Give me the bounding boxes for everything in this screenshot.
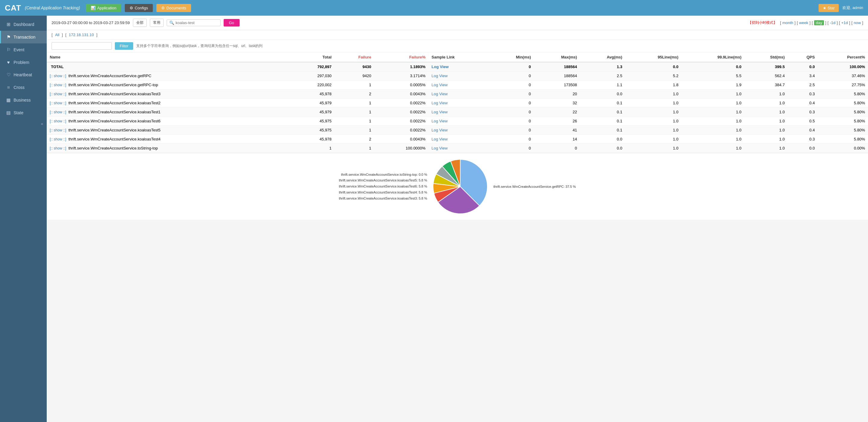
show-link[interactable]: [:: show ::] [50, 74, 66, 78]
col-avg: Avg(ms) [580, 53, 625, 62]
layout: ⊞ Dashboard ⚑ Transaction ⚐ Event ♥ Prob… [0, 16, 868, 422]
application-button[interactable]: 📊 Application [86, 4, 121, 12]
dashboard-icon: ⊞ [6, 22, 11, 27]
sidebar-item-cross[interactable]: ⌗ Cross [0, 81, 47, 94]
sidebar-item-transaction[interactable]: ⚑ Transaction [0, 31, 47, 43]
col-total: Total [292, 53, 335, 62]
gear-icon: ⚙ [130, 6, 133, 10]
filter-bar: [ All ] [ 172.18.131.10 ] [47, 30, 868, 40]
show-link[interactable]: [:: show ::] [50, 146, 66, 150]
pie-label-left: thrift.service.WmCreateAccountService.ko… [339, 195, 427, 202]
user-greeting: 欢迎, admin [842, 5, 863, 10]
sidebar-item-label: Event [13, 47, 24, 52]
table-row: [:: show ::] thrift.service.WmCreateAcco… [47, 98, 868, 108]
sidebar-item-state[interactable]: ▤ State [0, 107, 47, 119]
log-view-link[interactable]: Log View [432, 128, 447, 132]
show-link[interactable]: [:: show ::] [50, 119, 66, 123]
filter-hint: 支持多个字符串查询，例如sql|url|task，查询结果为包含任一sql、ur… [136, 43, 263, 49]
sidebar-item-label: Heartbeat [13, 72, 32, 77]
show-link[interactable]: [:: show ::] [50, 110, 66, 114]
show-link[interactable]: [:: show ::] [50, 101, 66, 105]
show-link[interactable]: [:: show ::] [50, 137, 66, 141]
changyong-button[interactable]: 常用 [150, 19, 164, 27]
business-icon: ▦ [6, 97, 11, 103]
log-view-link[interactable]: Log View [432, 110, 447, 114]
collapse-icon: « [41, 121, 43, 126]
table-row: [:: show ::] thrift.service.WmCreateAcco… [47, 144, 868, 153]
star-button[interactable]: ★ Star [818, 4, 839, 12]
table-row: [:: show ::] thrift.service.WmCreateAcco… [47, 90, 868, 98]
table-header-row: Name Total Failure Failure% Sample Link … [47, 53, 868, 62]
event-icon: ⚐ [6, 47, 11, 53]
show-link[interactable]: [:: show ::] [50, 83, 66, 87]
sidebar-item-label: Cross [13, 85, 25, 90]
pie-labels-right: thrift.service.WmCreateAccountService.ge… [493, 183, 576, 190]
sidebar-item-problem[interactable]: ♥ Problem [0, 56, 47, 68]
log-view-link[interactable]: Log View [432, 119, 447, 123]
log-view-link[interactable]: Log View [432, 92, 447, 96]
sidebar-item-event[interactable]: ⚐ Event [0, 43, 47, 56]
time-link-week[interactable]: week [799, 21, 808, 25]
tag-ip[interactable]: 172.18.131.10 [69, 33, 94, 37]
bar-chart-icon: 📊 [91, 6, 96, 10]
log-view-link[interactable]: Log View [432, 101, 447, 105]
pie-chart-svg [430, 156, 490, 217]
time-link-now[interactable]: now [854, 21, 861, 25]
search-input[interactable] [176, 21, 218, 25]
sidebar-item-label: Dashboard [13, 22, 34, 27]
filter-input[interactable] [52, 42, 112, 50]
time-link-bracket-open: [ [780, 21, 781, 25]
tag-all[interactable]: All [55, 33, 59, 37]
log-view-link[interactable]: Log View [432, 146, 447, 150]
pie-labels-left: thrift.service.WmCreateAccountService.to… [339, 172, 427, 202]
sidebar-item-business[interactable]: ▦ Business [0, 94, 47, 107]
col-pct: Percent% [818, 53, 868, 62]
documents-button[interactable]: ⚙ Documents [156, 4, 191, 12]
quanbu-button[interactable]: 全部 [133, 19, 147, 27]
log-view-link[interactable]: Log View [432, 73, 447, 78]
main-content: 2019-03-27 00:00:00 to 2019-03-27 23:59:… [47, 16, 868, 422]
sidebar-item-dashboard[interactable]: ⊞ Dashboard [0, 18, 47, 31]
col-failure: Failure [335, 53, 374, 62]
heartbeat-icon: ♡ [6, 72, 11, 78]
table-row: TOTAL792,89794301.1893%Log View01885641.… [47, 62, 868, 71]
time-link-day[interactable]: day [814, 20, 824, 25]
pie-label-left: thrift.service.WmCreateAccountService.ko… [339, 184, 427, 190]
state-icon: ▤ [6, 110, 11, 116]
go-button[interactable]: Go [224, 19, 240, 27]
pie-label-left: thrift.service.WmCreateAccountService.ko… [339, 178, 427, 184]
show-link[interactable]: [:: show ::] [50, 128, 66, 132]
sidebar-collapse-button[interactable]: « [0, 119, 47, 128]
pie-chart-container: thrift.service.WmCreateAccountService.to… [52, 159, 863, 214]
filter-row: Filter 支持多个字符串查询，例如sql|url|task，查询结果为包含任… [47, 40, 868, 53]
pie-label-right: thrift.service.WmCreateAccountService.ge… [493, 183, 576, 190]
log-view-link[interactable]: Log View [432, 64, 449, 69]
mode-switch[interactable]: 【切到小时模式】 [748, 20, 777, 25]
col-p95: 95Line(ms) [625, 53, 681, 62]
sidebar-item-heartbeat[interactable]: ♡ Heartbeat [0, 68, 47, 81]
table-row: [:: show ::] thrift.service.WmCreateAcco… [47, 108, 868, 117]
configs-button[interactable]: ⚙ Configs [125, 4, 153, 12]
table-row: [:: show ::] thrift.service.WmCreateAcco… [47, 126, 868, 135]
sidebar-item-label: Problem [13, 60, 29, 65]
sidebar-item-label: State [13, 110, 24, 115]
table-container: Name Total Failure Failure% Sample Link … [47, 53, 868, 153]
log-view-link[interactable]: Log View [432, 83, 447, 87]
log-view-link[interactable]: Log View [432, 137, 447, 141]
time-link-month[interactable]: month [782, 21, 793, 25]
search-box: 🔍 [167, 19, 221, 26]
col-min: Min(ms) [490, 53, 534, 62]
col-std: Std(ms) [744, 53, 788, 62]
sidebar-item-label: Transaction [13, 35, 36, 39]
header: CAT (Central Application Tracking) 📊 App… [0, 0, 868, 16]
table-body: TOTAL792,89794301.1893%Log View01885641.… [47, 62, 868, 153]
pie-label-left: thrift.service.WmCreateAccountService.to… [339, 172, 427, 178]
pie-label-left: thrift.service.WmCreateAccountService.ko… [339, 190, 427, 195]
filter-button[interactable]: Filter [115, 42, 133, 50]
time-link-plus1d[interactable]: +1d [841, 21, 848, 25]
subtitle: (Central Application Tracking) [25, 5, 80, 10]
show-link[interactable]: [:: show ::] [50, 92, 66, 96]
cross-icon: ⌗ [6, 85, 11, 90]
time-link-minus1d[interactable]: -1d [830, 21, 835, 25]
toolbar: 2019-03-27 00:00:00 to 2019-03-27 23:59:… [47, 16, 868, 30]
